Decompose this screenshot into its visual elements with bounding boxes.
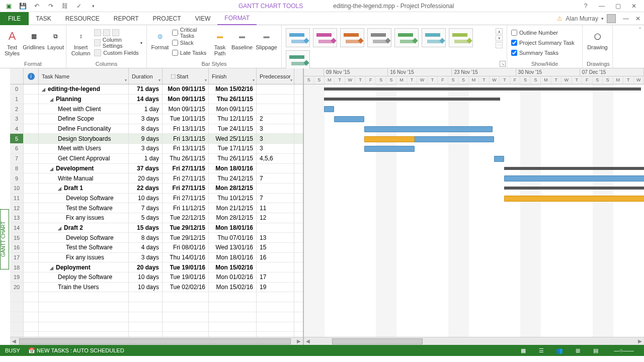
outline-number-checkbox[interactable]: Outline Number xyxy=(511,28,575,37)
task-row[interactable]: 16 Test the Software 4 daysFri 08/01/16 … xyxy=(10,243,303,253)
custom-fields-button[interactable]: Custom Fields xyxy=(94,48,142,57)
gallery-up-icon[interactable]: ▴ xyxy=(496,28,503,34)
status-newtasks: 📅 NEW TASKS : AUTO SCHEDULED xyxy=(28,347,124,354)
tab-project[interactable]: PROJECT xyxy=(146,12,188,25)
view-task-icon[interactable]: ☰ xyxy=(536,347,546,354)
task-row[interactable]: 9 Write Manual 20 daysFri 27/11/15 Thu 2… xyxy=(10,173,303,184)
baseline-button[interactable]: ▬Baseline xyxy=(231,28,253,50)
gallery-down-icon[interactable]: ▾ xyxy=(496,35,503,41)
task-row[interactable]: 12 Test the Software 7 daysFri 11/12/15 … xyxy=(10,203,303,213)
view-report-icon[interactable]: ▤ xyxy=(591,347,601,354)
doc-minimize-icon[interactable]: — xyxy=(620,14,632,23)
align-buttons[interactable] xyxy=(94,28,142,37)
signin-area[interactable]: ⚠ Alan Murray ▾ xyxy=(557,14,620,23)
check-icon[interactable]: ✓ xyxy=(74,2,84,11)
column-settings-button[interactable]: Column Settings▾ xyxy=(94,38,142,47)
late-tasks-checkbox[interactable]: Late Tasks xyxy=(172,48,208,57)
task-row[interactable]: 3 Define Scope 3 daysTue 10/11/15 Thu 12… xyxy=(10,114,303,124)
title-bar: ▣ 💾 ↶ ↷ ⛓ ✓ ▾ GANTT CHART TOOLS editing-… xyxy=(0,0,644,12)
task-row[interactable]: 19 Deploy the Software 10 daysTue 19/01/… xyxy=(10,273,303,283)
drawing-button[interactable]: ◯Drawing xyxy=(587,28,608,50)
gantt-style-gallery[interactable] xyxy=(286,28,491,69)
tab-task[interactable]: TASK xyxy=(29,12,58,25)
critical-tasks-checkbox[interactable]: Critical Tasks xyxy=(172,28,208,37)
save-icon[interactable]: 💾 xyxy=(18,2,27,11)
task-row[interactable]: 4 Define Functionality 8 daysFri 13/11/1… xyxy=(10,124,303,134)
task-row[interactable]: 8 ◢Development 37 daysFri 27/11/15 Mon 1… xyxy=(10,164,303,174)
undo-icon[interactable]: ↶ xyxy=(32,2,41,11)
view-resource-icon[interactable]: ⊞ xyxy=(573,347,583,354)
status-bar: BUSY 📅 NEW TASKS : AUTO SCHEDULED ▦ ☰ 👥 … xyxy=(0,345,644,356)
tab-resource[interactable]: RESOURCE xyxy=(58,12,107,25)
task-row[interactable]: 10 ◢Draft 1 22 daysFri 27/11/15 Mon 28/1… xyxy=(10,184,303,194)
text-styles-button[interactable]: AText Styles xyxy=(4,28,20,56)
task-row[interactable]: 6 Meet with Users 3 daysFri 13/11/15 Tue… xyxy=(10,144,303,154)
view-team-icon[interactable]: 👥 xyxy=(554,347,565,354)
minimize-icon[interactable]: — xyxy=(596,2,608,11)
task-row[interactable]: 0 ◢editing-the-legend 71 daysMon 09/11/1… xyxy=(10,84,303,95)
timeline-header[interactable]: 09 Nov '1516 Nov '1523 Nov '1530 Nov '15… xyxy=(304,68,644,84)
tab-report[interactable]: REPORT xyxy=(107,12,146,25)
ribbon: AText Styles ▦Gridlines ⧉Layout Format ↕… xyxy=(0,25,644,68)
task-row[interactable]: 1 ◢Planning 14 daysMon 09/11/15 Thu 26/1… xyxy=(10,95,303,105)
gallery-more-icon[interactable]: ⋯ xyxy=(496,42,503,48)
columns-group-label: Columns xyxy=(70,61,142,68)
task-row[interactable]: 14 ◢Draft 2 15 daysTue 29/12/15 Mon 18/0… xyxy=(10,223,303,233)
view-tab-gantt[interactable]: GANTT CHART xyxy=(0,209,9,269)
gridlines-button[interactable]: ▦Gridlines xyxy=(23,28,44,50)
column-headers: i Task Name▾ Duration▾ ⬚Start▾ Finish▾ P… xyxy=(10,68,303,84)
status-busy: BUSY xyxy=(5,347,20,353)
task-row[interactable]: 11 Develop Software 10 daysFri 27/11/15 … xyxy=(10,194,303,204)
col-task-name[interactable]: Task Name▾ xyxy=(39,68,129,84)
task-row[interactable]: 2 Meet with Client 1 dayMon 09/11/15 Mon… xyxy=(10,104,303,114)
task-row[interactable]: 20 Train the Users 10 daysTue 02/02/16 M… xyxy=(10,283,303,293)
format-group-label: Format xyxy=(4,61,62,68)
task-row[interactable]: 7 Get Client Approval 1 dayThu 26/11/15 … xyxy=(10,154,303,164)
view-gantt-icon[interactable]: ▦ xyxy=(518,347,528,354)
close-icon[interactable]: ✕ xyxy=(628,2,640,11)
insert-column-button[interactable]: ↕Insert Column xyxy=(70,28,91,56)
collapse-ribbon-icon[interactable]: ˆ xyxy=(639,27,641,34)
maximize-icon[interactable]: ▢ xyxy=(612,2,624,11)
col-rownum[interactable] xyxy=(10,68,24,84)
task-row[interactable]: 5 Design Storyboards 9 daysFri 13/11/15 … xyxy=(10,134,303,144)
format-bar-button[interactable]: ◍Format xyxy=(151,28,169,50)
summary-tasks-checkbox[interactable]: Summary Tasks xyxy=(511,48,575,57)
avatar-icon xyxy=(607,14,616,23)
project-icon[interactable]: ▣ xyxy=(4,2,13,11)
tab-file[interactable]: FILE xyxy=(0,12,29,25)
col-finish[interactable]: Finish▾ xyxy=(209,68,257,84)
window-title: editing-the-legend.mpp - Project Profess… xyxy=(333,3,454,10)
task-path-button[interactable]: ▬Task Path xyxy=(211,28,228,56)
drawings-group-label: Drawings xyxy=(587,61,608,68)
redo-icon[interactable]: ↷ xyxy=(46,2,55,11)
signin-name: Alan Murray xyxy=(566,15,598,22)
link-icon[interactable]: ⛓ xyxy=(60,2,69,11)
tab-view[interactable]: VIEW xyxy=(188,12,218,25)
slack-checkbox[interactable]: Slack xyxy=(172,38,208,47)
task-row[interactable]: 15 Develop Software 8 daysTue 29/12/15 T… xyxy=(10,233,303,243)
layout-button[interactable]: ⧉Layout xyxy=(47,28,64,50)
zoom-slider[interactable]: —○—— xyxy=(609,347,639,353)
slippage-button[interactable]: ▬Slippage xyxy=(256,28,277,50)
right-scrollbar[interactable]: ◀▶ xyxy=(304,337,644,345)
left-scrollbar[interactable]: ◀▶ xyxy=(10,337,303,345)
quick-access-toolbar: ▣ 💾 ↶ ↷ ⛓ ✓ ▾ xyxy=(0,2,98,11)
col-predecessors[interactable]: Predecessor▾ xyxy=(257,68,294,84)
tab-format[interactable]: FORMAT xyxy=(217,12,257,25)
qat-more-icon[interactable]: ▾ xyxy=(89,2,98,11)
help-icon[interactable]: ? xyxy=(580,2,592,11)
task-row[interactable]: 17 Fix any issues 3 daysThu 14/01/16 Mon… xyxy=(10,253,303,263)
doc-close-icon[interactable]: ✕ xyxy=(632,14,644,23)
dialog-launcher-icon[interactable]: ↘ xyxy=(500,61,506,67)
col-duration[interactable]: Duration▾ xyxy=(129,68,163,84)
col-start[interactable]: ⬚Start▾ xyxy=(163,68,209,84)
showhide-group-label: Show/Hide xyxy=(511,61,578,68)
gantt-chart-area[interactable] xyxy=(304,84,644,337)
col-info[interactable]: i xyxy=(24,68,39,84)
task-row[interactable]: 18 ◢Deployment 20 daysTue 19/01/16 Mon 1… xyxy=(10,262,303,273)
project-summary-checkbox[interactable]: Project Summary Task xyxy=(511,38,575,47)
task-row[interactable]: 13 Fix any issues 5 daysTue 22/12/15 Mon… xyxy=(10,213,303,223)
ribbon-tabs: FILE TASK RESOURCE REPORT PROJECT VIEW F… xyxy=(0,12,644,25)
task-grid[interactable]: 0 ◢editing-the-legend 71 daysMon 09/11/1… xyxy=(10,84,303,337)
